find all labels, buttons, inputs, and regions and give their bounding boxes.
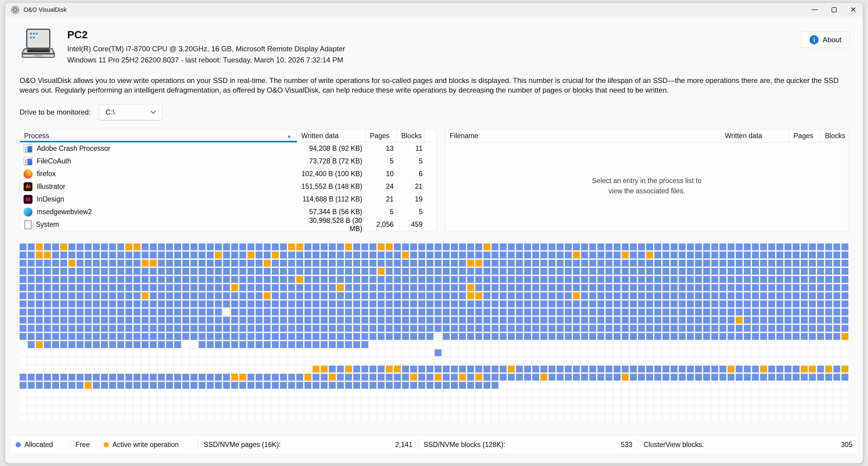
cell-allocated — [402, 243, 409, 250]
cell-allocated — [662, 252, 670, 259]
minimize-button[interactable] — [805, 3, 824, 17]
pages-column-header[interactable]: Pages — [365, 130, 397, 142]
cell-allocated — [361, 292, 368, 299]
laptop-icon — [20, 29, 56, 59]
cell-allocated — [36, 309, 43, 316]
process-column-header[interactable]: Process ▲ — [20, 130, 297, 142]
stat-blocks-value: 533 — [621, 441, 632, 449]
cell-allocated — [304, 309, 311, 316]
cell-allocated — [313, 325, 319, 332]
cell-free — [231, 406, 238, 413]
cell-allocated — [589, 333, 596, 340]
cell-allocated — [20, 333, 27, 340]
cell-free — [133, 398, 141, 405]
cell-free — [793, 341, 800, 348]
cell-allocated — [427, 252, 433, 259]
cell-free — [760, 390, 767, 397]
cell-free — [361, 398, 368, 405]
cell-allocated — [484, 300, 490, 307]
cell-allocated — [581, 276, 588, 283]
cell-allocated — [638, 300, 645, 307]
cell-allocated — [841, 292, 848, 299]
file-blocks-column-header[interactable]: Blocks — [820, 130, 848, 142]
table-row[interactable]: firefox 102,400 B (100 KB) 10 6 — [20, 168, 436, 180]
table-row[interactable]: Id InDesign 114,688 B (112 KB) 21 19 — [20, 193, 436, 206]
table-row[interactable]: System 30,998,528 B (30 MB) 2,056 459 — [20, 219, 436, 231]
cell-allocated — [280, 300, 287, 307]
cell-free — [166, 366, 173, 373]
file-written-data-column-header[interactable]: Written data — [720, 130, 789, 142]
cell-allocated — [255, 317, 262, 324]
table-row[interactable]: Adobe Crash Processor 94,208 B (92 KB) 1… — [20, 142, 436, 155]
cell-free — [711, 382, 718, 389]
cell-free — [727, 414, 735, 421]
close-button[interactable]: ✕ — [844, 3, 863, 17]
table-row[interactable]: FileCoAuth 73,728 B (72 KB) 5 5 — [20, 155, 436, 168]
cell-allocated — [255, 309, 262, 316]
cell-allocated — [264, 317, 271, 324]
cell-allocated — [719, 317, 726, 324]
written-data-column-header[interactable]: Written data — [297, 130, 366, 142]
cell-free — [622, 382, 629, 389]
cell-allocated — [272, 292, 279, 299]
cell-allocated — [304, 292, 311, 299]
cell-allocated — [386, 325, 393, 332]
cell-allocated — [817, 284, 824, 291]
cell-free — [500, 406, 507, 413]
cell-allocated — [801, 292, 808, 299]
cell-allocated — [809, 260, 816, 267]
cell-allocated — [475, 300, 482, 307]
cell-free — [833, 349, 840, 356]
cell-free — [549, 349, 555, 356]
cell-allocated — [500, 276, 507, 283]
cell-free — [443, 357, 450, 365]
cell-allocated — [76, 325, 84, 332]
cell-free — [190, 406, 197, 413]
cell-allocated — [793, 268, 800, 275]
drive-select[interactable]: C:\ — [98, 104, 162, 120]
cell-allocated — [451, 252, 458, 259]
cell-allocated — [231, 268, 238, 275]
cell-allocated — [492, 366, 498, 373]
cell-free — [182, 366, 189, 373]
maximize-button[interactable] — [824, 3, 844, 17]
cell-allocated — [654, 268, 661, 275]
cell-allocated — [60, 325, 67, 332]
cell-allocated — [662, 300, 670, 307]
cell-allocated — [768, 309, 775, 316]
cell-free — [532, 398, 539, 405]
cell-allocated — [190, 268, 197, 275]
cell-allocated — [622, 243, 629, 250]
cell-free — [459, 414, 466, 421]
cell-allocated — [68, 382, 75, 389]
file-pages-column-header[interactable]: Pages — [789, 130, 820, 142]
cell-allocated — [52, 325, 59, 332]
cell-allocated — [565, 284, 572, 291]
cell-free — [117, 349, 124, 356]
cell-allocated — [630, 309, 637, 316]
cell-allocated — [443, 317, 450, 324]
cell-allocated — [386, 333, 393, 340]
blocks-column-header[interactable]: Blocks — [397, 130, 424, 142]
cell-allocated — [646, 325, 653, 332]
cell-allocated — [671, 292, 678, 299]
cell-allocated — [345, 284, 352, 291]
cell-free — [76, 398, 84, 405]
cell-allocated — [68, 325, 75, 332]
filename-column-header[interactable]: Filename — [445, 130, 720, 142]
about-button[interactable]: i About — [801, 32, 849, 48]
cell-allocated — [60, 341, 67, 348]
cell-free — [776, 349, 783, 356]
cell-free — [516, 406, 523, 413]
cell-allocated — [614, 333, 621, 340]
table-row[interactable]: Ai Illustrator 151,552 B (148 KB) 24 21 — [20, 180, 436, 193]
cell-allocated — [378, 292, 384, 299]
cell-allocated — [435, 260, 441, 267]
cell-allocated — [142, 243, 149, 250]
table-row[interactable]: msedgewebview2 57,344 B (56 KB) 5 5 — [20, 206, 436, 219]
cell-allocated — [255, 333, 262, 340]
cell-allocated — [142, 382, 149, 389]
cell-allocated — [109, 374, 116, 381]
cell-allocated — [247, 309, 254, 316]
cell-free — [736, 382, 743, 389]
